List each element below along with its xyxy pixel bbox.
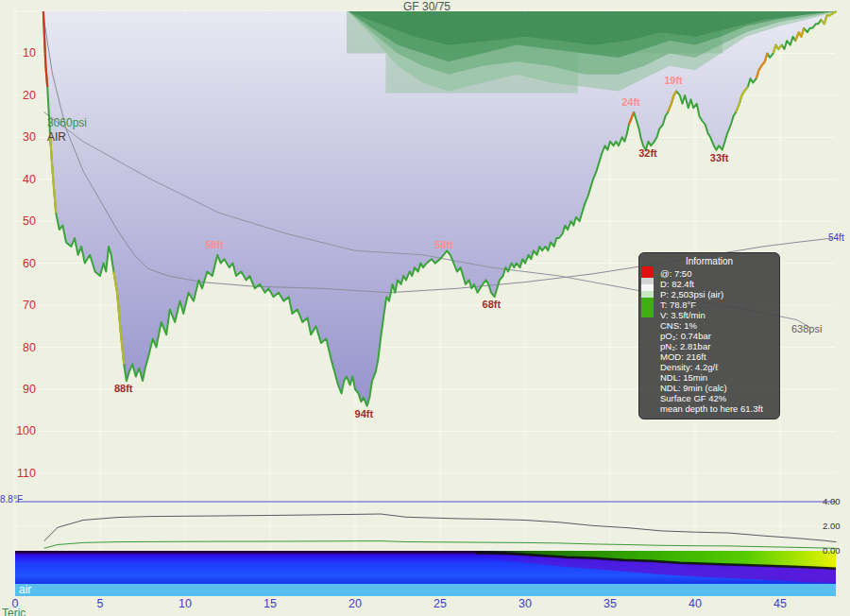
dive-profile-view[interactable]: GF 30/75 3060psi AIR 54ft 638psi 8.8°F a… <box>0 0 850 616</box>
time-tick-label: 5 <box>97 597 104 610</box>
pp-tick-label: 2.00 <box>823 521 841 531</box>
depth-tick-label: 20 <box>0 89 36 102</box>
gauge-segment <box>641 278 654 284</box>
tooltip-line: V: 3.5ft/min <box>660 310 775 320</box>
tooltip-line: MOD: 216ft <box>660 351 775 362</box>
gauge-segment <box>641 284 654 291</box>
mean-depth-label: 54ft <box>828 232 844 243</box>
tooltip-line: pO₂: 0.74bar <box>660 331 775 341</box>
depth-tick-label: 100 <box>0 424 36 437</box>
shallow-point-label: 19ft <box>664 75 683 86</box>
gf-label: GF 30/75 <box>403 1 450 13</box>
deep-point-label: 88ft <box>114 383 133 394</box>
tooltip-line: mean depth to here 61.3ft <box>660 403 775 414</box>
gauge-segment <box>641 291 654 298</box>
depth-tick-label: 110 <box>0 467 36 480</box>
tooltip-line: D: 82.4ft <box>660 279 775 289</box>
depth-tick-label: 10 <box>0 46 36 60</box>
depth-tick-label: 90 <box>0 383 36 396</box>
deep-point-label: 68ft <box>483 299 502 310</box>
tooltip-line: NDL: 9min (calc) <box>660 383 775 393</box>
tooltip-line: CNS: 1% <box>660 320 775 331</box>
deep-point-label: 33ft <box>710 152 729 163</box>
deep-point-label: 32ft <box>638 147 657 159</box>
time-tick-label: 35 <box>604 597 617 610</box>
depth-tick-label: 30 <box>0 130 36 144</box>
time-tick-label: 0 <box>12 597 19 610</box>
shallow-point-label: 58ft <box>434 239 453 250</box>
start-pressure-label: 3060psi <box>47 117 87 129</box>
depth-tick-label: 40 <box>0 173 36 186</box>
time-tick-label: 10 <box>178 597 192 610</box>
gas-bar-label: air <box>19 584 31 596</box>
gas-name-label: AIR <box>47 131 66 144</box>
tooltip-line: pN₂: 2.81bar <box>660 341 775 351</box>
deep-point-label: 94ft <box>355 408 374 419</box>
end-pressure-label: 638psi <box>791 323 822 334</box>
time-tick-label: 30 <box>518 597 532 610</box>
gauge-segment <box>641 266 654 278</box>
tooltip-lines: @: 7:50D: 82.4ftP: 2,503psi (air)T: 78.8… <box>660 268 775 414</box>
time-tick-label: 25 <box>434 597 447 610</box>
tooltip-title: Information <box>643 256 775 266</box>
time-tick-label: 40 <box>688 597 702 610</box>
tooltip-gauge-icon <box>641 266 654 317</box>
depth-tick-label: 70 <box>0 299 36 312</box>
tooltip-line: Surface GF 42% <box>660 393 775 403</box>
tooltip-line: P: 2,503psi (air) <box>660 289 775 299</box>
information-tooltip[interactable]: Information @: 7:50D: 82.4ftP: 2,503psi … <box>638 252 780 419</box>
depth-tick-label: 60 <box>0 257 36 270</box>
pp-tick-label: 4.00 <box>823 496 841 506</box>
depth-tick-label: 50 <box>0 214 36 228</box>
temperature-label: 8.8°F <box>0 494 23 505</box>
gauge-segment <box>641 298 654 317</box>
time-tick-label: 45 <box>774 597 787 610</box>
tooltip-line: Density: 4.2g/ℓ <box>660 362 775 372</box>
shallow-point-label: 58ft <box>205 239 224 250</box>
shallow-point-label: 24ft <box>621 96 640 108</box>
time-tick-label: 20 <box>348 597 362 610</box>
tooltip-line: NDL: 15min <box>660 372 775 383</box>
tooltip-line: T: 78.8°F <box>660 299 775 310</box>
time-tick-label: 15 <box>264 597 277 610</box>
pp-tick-label: 0.00 <box>823 545 841 556</box>
tooltip-line: @: 7:50 <box>660 268 775 279</box>
depth-tick-label: 80 <box>0 341 36 354</box>
